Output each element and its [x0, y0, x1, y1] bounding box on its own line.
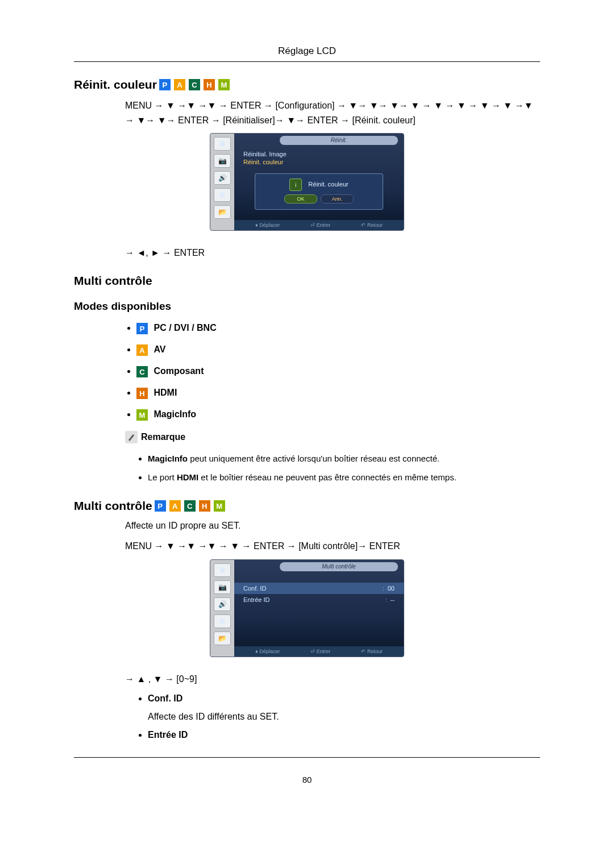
osd-footer: ♦ Déplacer ⏎ Entrer ↶ Retour [234, 220, 404, 230]
remarque-heading: Remarque [125, 431, 540, 443]
osd-confirm-dialog: i Réinit. couleur OK Ann. [255, 173, 383, 210]
osd-icon-5: 📂 [214, 632, 231, 645]
osd-icon-1: 🖥 [214, 563, 231, 577]
mode-composant-label: Composant [154, 366, 204, 376]
osd-icon-2: 📷 [214, 154, 231, 168]
osd-item-reinit-couleur[interactable]: Réinit. couleur [243, 159, 395, 165]
note-magicinfo: MagicInfo peut uniquement être activé lo… [148, 452, 540, 464]
section-multi-modes-title: Multi contrôle [74, 274, 540, 288]
conf-id-desc: Affecte des ID différents au SET. [148, 712, 540, 722]
footer-enter: ⏎ Entrer [310, 649, 330, 654]
modes-disponibles-heading: Modes disponibles [74, 300, 540, 313]
mode-pc-label: PC / DVI / BNC [154, 323, 216, 333]
dialog-title: Réinit. couleur [308, 181, 348, 188]
osd-icon-4: ⚙ [214, 188, 231, 202]
badge-c-icon: C [189, 79, 200, 90]
conf-id-value: 00 [388, 585, 395, 592]
badge-a-icon: A [174, 79, 185, 90]
badge-p-icon: P [136, 323, 148, 334]
osd2-footer: ♦ Déplacer ⏎ Entrer ↶ Retour [234, 646, 404, 657]
entree-id-bold: Entrée ID [148, 730, 188, 740]
ok-button[interactable]: OK [284, 194, 317, 203]
page-header: Réglage LCD [74, 45, 540, 57]
osd2-tab-title: Multi contrôle [280, 562, 398, 571]
info-icon: i [289, 178, 302, 191]
badge-a-icon: A [169, 500, 181, 512]
header-divider [74, 61, 540, 62]
mode-pc: P PC / DVI / BNC [136, 323, 540, 334]
modes-list: P PC / DVI / BNC A AV C Composant H HDMI… [136, 323, 540, 421]
footer-return: ↶ Retour [361, 222, 383, 228]
menu-path-multi: MENU → ▼ →▼ →▼ → ▼ → ENTER → [Multi cont… [125, 539, 540, 554]
menu-path-reinit: MENU → ▼ →▼ →▼ → ENTER → [Configuration]… [125, 98, 540, 127]
post-osd2-nav: → ▲ , ▼ → [0~9] [125, 674, 540, 684]
conf-id-bold: Conf. ID [148, 693, 182, 703]
multi-controle-title-text: Multi contrôle [74, 499, 152, 513]
badge-m-icon: M [214, 500, 225, 512]
osd-icon-4: ⚙ [214, 614, 231, 628]
osd2-row-entree-id[interactable]: Entrée ID :-- [243, 594, 395, 605]
post-osd-nav: → ◄, ► → ENTER [125, 248, 540, 258]
osd-reinit-panel: 🖥 📷 🔊 ⚙ 📂 Réinit. Réinitial. Image Réini… [210, 133, 404, 231]
note-hdmi: Le port HDMI et le boîtier réseau ne peu… [148, 471, 540, 483]
badge-p-icon: P [159, 79, 171, 90]
osd-icon-3: 🔊 [214, 171, 231, 185]
conf-id-item: Conf. ID Affecte des ID différents au SE… [148, 693, 540, 722]
badge-h-icon: H [199, 500, 210, 512]
osd-icon-5: 📂 [214, 205, 231, 219]
mode-av: A AV [136, 344, 540, 356]
entree-id-label: Entrée ID [243, 596, 269, 603]
note1-bold: MagicInfo [148, 454, 188, 463]
remarque-list: MagicInfo peut uniquement être activé lo… [148, 452, 540, 483]
note2-post: et le boîtier réseau ne peuvent pas être… [198, 472, 457, 482]
badge-c-icon: C [136, 366, 148, 377]
badge-c-icon: C [184, 500, 196, 512]
multi-desc: Affecte un ID propre au SET. [125, 521, 540, 531]
footer-move: ♦ Déplacer [255, 222, 280, 228]
id-definitions: Conf. ID Affecte des ID différents au SE… [148, 693, 540, 740]
note-icon [125, 431, 138, 443]
mode-hdmi: H HDMI [136, 388, 540, 399]
mode-hdmi-label: HDMI [154, 388, 177, 397]
mode-composant: C Composant [136, 366, 540, 377]
footer-divider [74, 757, 540, 758]
mode-av-label: AV [154, 344, 165, 354]
cancel-button[interactable]: Ann. [321, 194, 354, 203]
entree-id-item: Entrée ID [148, 730, 540, 740]
entree-id-value: -- [391, 596, 395, 603]
badge-h-icon: H [136, 388, 148, 399]
osd-tab-title: Réinit. [280, 136, 398, 145]
osd-icon-2: 📷 [214, 580, 231, 594]
page-number: 80 [74, 775, 540, 784]
conf-id-label: Conf. ID [243, 585, 266, 592]
osd2-row-conf-id[interactable]: Conf. ID :00 [234, 583, 404, 594]
section-multi-controle: Multi contrôle P A C H M [74, 499, 540, 513]
badge-a-icon: A [136, 344, 148, 356]
note2-pre: Le port [148, 472, 177, 482]
badge-m-icon: M [136, 409, 148, 421]
badge-p-icon: P [155, 500, 166, 512]
osd-side-icons-2: 🖥 📷 🔊 ⚙ 📂 [210, 560, 234, 657]
section-title-text: Réinit. couleur [74, 78, 157, 92]
remarque-label: Remarque [141, 432, 185, 442]
footer-enter: ⏎ Entrer [310, 222, 330, 228]
osd-icon-1: 🖥 [214, 137, 231, 151]
badge-h-icon: H [204, 79, 215, 90]
osd-multi-panel: 🖥 📷 🔊 ⚙ 📂 Multi contrôle Conf. ID :00 En… [210, 559, 404, 657]
osd-item-reinit-image[interactable]: Réinitial. Image [243, 151, 395, 157]
osd-side-icons: 🖥 📷 🔊 ⚙ 📂 [210, 134, 234, 230]
footer-move: ♦ Déplacer [255, 649, 280, 654]
note2-bold: HDMI [177, 472, 198, 482]
mode-magicinfo: M MagicInfo [136, 409, 540, 421]
footer-return: ↶ Retour [361, 649, 383, 654]
note1-text: peut uniquement être activé lorsqu'un bo… [188, 454, 439, 463]
osd-icon-3: 🔊 [214, 597, 231, 611]
section-reinit-couleur: Réinit. couleur P A C H M [74, 78, 540, 92]
multi-modes-title-text: Multi contrôle [74, 274, 152, 288]
mode-magicinfo-label: MagicInfo [154, 409, 196, 419]
badge-m-icon: M [218, 79, 230, 90]
